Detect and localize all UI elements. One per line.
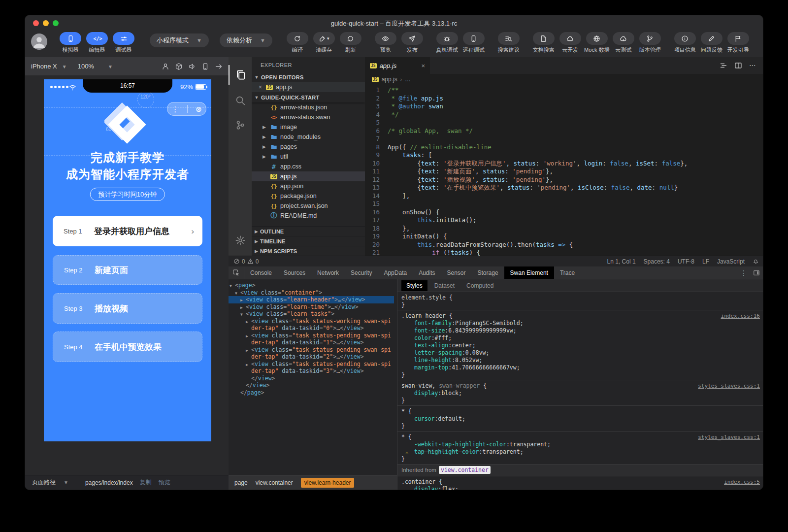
toolbar-compile-button[interactable]: 编译 xyxy=(284,32,311,54)
step-card-3[interactable]: Step 3播放视频 xyxy=(53,293,202,324)
devtools-tab-storage[interactable]: Storage xyxy=(472,266,504,279)
status-item-0[interactable]: Ln 1, Col 1 xyxy=(607,258,636,265)
style-rule[interactable]: swan-view, swan-wrapper {styles_slaves.c… xyxy=(397,380,763,406)
style-property[interactable]: display:block; xyxy=(401,390,760,397)
problems-indicator[interactable]: 0 0 xyxy=(233,258,259,265)
devtools-tab-security[interactable]: Security xyxy=(345,266,378,279)
style-source-link[interactable]: index.css:16 xyxy=(721,312,760,320)
toolbar-dropdown-1[interactable]: 依赖分析▼ xyxy=(220,33,272,47)
avatar[interactable] xyxy=(31,33,47,50)
open-editors-header[interactable]: ▼OPEN EDITORS xyxy=(252,72,365,82)
styles-tab-dataset[interactable]: Dataset xyxy=(429,280,460,291)
mode-code-button[interactable]: </>编辑器 xyxy=(84,32,110,54)
inspect-element-icon[interactable] xyxy=(229,266,244,279)
style-rule[interactable]: .container {index.css:5display:flex;flex… xyxy=(397,476,763,490)
element-node[interactable]: </view> xyxy=(229,382,394,389)
toolbar-info-button[interactable]: 项目信息 xyxy=(672,32,698,54)
style-property[interactable]: text-align:center; xyxy=(401,342,760,349)
element-node[interactable]: ▼<view class="learn-tasks"> xyxy=(229,310,394,318)
devtools-tab-swan-element[interactable]: Swan Element xyxy=(504,266,554,279)
sidebar-section-outline[interactable]: ▶OUTLINE xyxy=(252,226,365,236)
device-icon[interactable] xyxy=(201,63,209,70)
elements-crumb[interactable]: view.container xyxy=(256,479,293,486)
step-card-2[interactable]: Step 2新建页面 xyxy=(53,255,202,285)
speaker-icon[interactable] xyxy=(188,63,196,70)
style-source-link[interactable]: styles_slaves.css:1 xyxy=(698,433,760,441)
file-row-image[interactable]: ▶image xyxy=(252,122,365,132)
toolbar-bug-button[interactable]: 真机调试 xyxy=(434,32,460,54)
style-rule[interactable]: * {styles_slaves.css:1-webkit-tap-highli… xyxy=(397,432,763,465)
toolbar-dropdown-0[interactable]: 小程序模式▼ xyxy=(150,33,209,47)
file-row-arrow-status.json[interactable]: {}arrow-status.json xyxy=(252,102,365,112)
mode-phone-button[interactable]: 模拟器 xyxy=(57,32,84,54)
toolbar-brush-button[interactable]: ▾清缓存 xyxy=(311,32,337,54)
open-editor-row[interactable]: ×JSapp.js xyxy=(252,82,365,92)
toolbar-device-button[interactable]: 远程调试 xyxy=(460,32,487,54)
project-header[interactable]: ▼GUIDE-QUICK-START xyxy=(252,92,365,102)
toolbar-globe-button[interactable]: Mock 数据 xyxy=(584,32,610,54)
style-source-link[interactable]: styles_slaves.css:1 xyxy=(698,382,760,390)
style-property[interactable]: font-family:PingFangSC-Semibold; xyxy=(401,320,760,327)
sidebar-section-timeline[interactable]: ▶TIMELINE xyxy=(252,236,365,246)
devtools-tab-trace[interactable]: Trace xyxy=(554,266,581,279)
status-item-3[interactable]: LF xyxy=(702,258,709,265)
expand-icon[interactable]: ▶ xyxy=(246,347,248,355)
style-property[interactable]: letter-spacing:0.08vw; xyxy=(401,349,760,357)
file-row-project.swan.json[interactable]: {}project.swan.json xyxy=(252,201,365,211)
mode-sliders-button[interactable]: 调试器 xyxy=(110,32,137,54)
source-control-icon[interactable] xyxy=(229,115,252,135)
devtools-tab-sensor[interactable]: Sensor xyxy=(441,266,472,279)
elements-crumb[interactable]: view.learn-header xyxy=(301,478,355,488)
sidebar-section-npm-scripts[interactable]: ▶NPM SCRIPTS xyxy=(252,246,365,256)
toolbar-eye-button[interactable]: 预览 xyxy=(372,32,399,54)
element-node[interactable]: ▶<view class="task status-pending swan-s… xyxy=(229,332,394,346)
step-card-4[interactable]: Step 4在手机中预览效果 xyxy=(53,332,202,362)
styles-tab-styles[interactable]: Styles xyxy=(401,280,427,291)
elements-tree[interactable]: ▼<page>▼<view class="container">▶<view c… xyxy=(229,279,397,475)
file-row-util[interactable]: ▶util xyxy=(252,152,365,162)
close-app-icon[interactable]: ⊗ xyxy=(196,105,202,113)
devtools-tab-network[interactable]: Network xyxy=(311,266,345,279)
devtools-more-icon[interactable]: ⋮ xyxy=(740,269,747,277)
expand-icon[interactable]: ▶ xyxy=(246,333,248,340)
file-row-app.json[interactable]: {}app.json xyxy=(252,181,365,191)
style-property[interactable]: display:flex; xyxy=(401,486,760,490)
toolbar-search-lines-button[interactable]: 搜索建议 xyxy=(495,32,522,54)
editor-code[interactable]: 1/**2 * @file app.js3 * @author swan4 */… xyxy=(365,85,763,256)
element-node[interactable]: </page> xyxy=(229,389,394,397)
chevron-down-icon[interactable]: ▼ xyxy=(64,480,68,485)
toolbar-branch-button[interactable]: 版本管理 xyxy=(637,32,663,54)
style-property[interactable]: -webkit-tap-highlight-color:transparent; xyxy=(401,441,760,448)
cube-icon[interactable] xyxy=(175,63,183,70)
split-icon[interactable] xyxy=(734,62,742,69)
zoom-selector[interactable]: 100% ▼ xyxy=(78,63,113,70)
toolbar-send-button[interactable]: 发布 xyxy=(399,32,426,54)
dock-side-icon[interactable] xyxy=(753,269,760,276)
element-node[interactable]: ▼<page> xyxy=(229,282,394,289)
style-rule[interactable]: .learn-header {index.css:16font-family:P… xyxy=(397,310,763,380)
element-node[interactable]: ▶<view class="learn-header">…</view> xyxy=(229,296,394,303)
file-row-pages[interactable]: ▶pages xyxy=(252,142,365,152)
gear-icon[interactable] xyxy=(229,231,252,250)
breadcrumb[interactable]: JS app.js › … xyxy=(365,74,763,85)
bell-icon[interactable] xyxy=(753,258,759,265)
style-property[interactable]: line-height:8.052vw; xyxy=(401,357,760,364)
more-menu-icon[interactable]: ⋮ xyxy=(171,105,179,113)
style-property[interactable]: font-size:6.843999999999999vw; xyxy=(401,327,760,334)
devtools-tab-appdata[interactable]: AppData xyxy=(378,266,413,279)
device-selector[interactable]: iPhone X ▼ xyxy=(31,63,67,70)
devtools-tab-console[interactable]: Console xyxy=(244,266,278,279)
step-card-1[interactable]: Step 1登录并获取用户信息› xyxy=(53,216,202,246)
arrow-right-icon[interactable] xyxy=(215,63,223,70)
elements-crumb[interactable]: page xyxy=(234,479,248,486)
copy-path-button[interactable]: 复制 xyxy=(140,478,152,487)
style-property[interactable]: cursor:default; xyxy=(401,415,760,423)
toolbar-pencil-button[interactable]: 问题反馈 xyxy=(698,32,725,54)
file-row-package.json[interactable]: {}package.json xyxy=(252,191,365,201)
styles-tab-computed[interactable]: Computed xyxy=(461,280,498,291)
person-icon[interactable] xyxy=(162,63,169,70)
toolbar-flag-button[interactable]: 开发引导 xyxy=(725,32,752,54)
devtools-tab-sources[interactable]: Sources xyxy=(278,266,311,279)
style-rule[interactable]: element.style {} xyxy=(397,292,763,310)
file-row-README.md[interactable]: ⓘREADME.md xyxy=(252,211,365,221)
